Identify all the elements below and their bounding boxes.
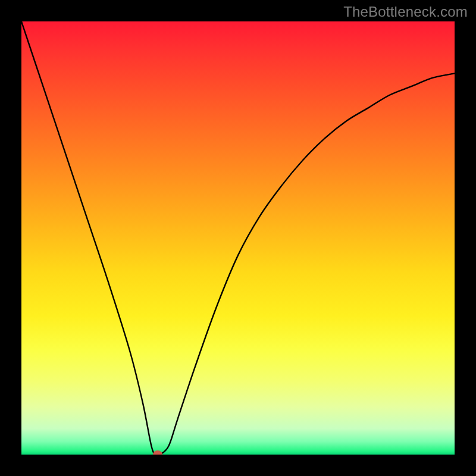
watermark-text: TheBottleneck.com bbox=[343, 4, 468, 20]
optimal-point-marker bbox=[153, 450, 162, 455]
chart-frame: TheBottleneck.com bbox=[0, 0, 476, 476]
plot-area bbox=[21, 21, 455, 455]
bottleneck-curve bbox=[21, 21, 455, 455]
